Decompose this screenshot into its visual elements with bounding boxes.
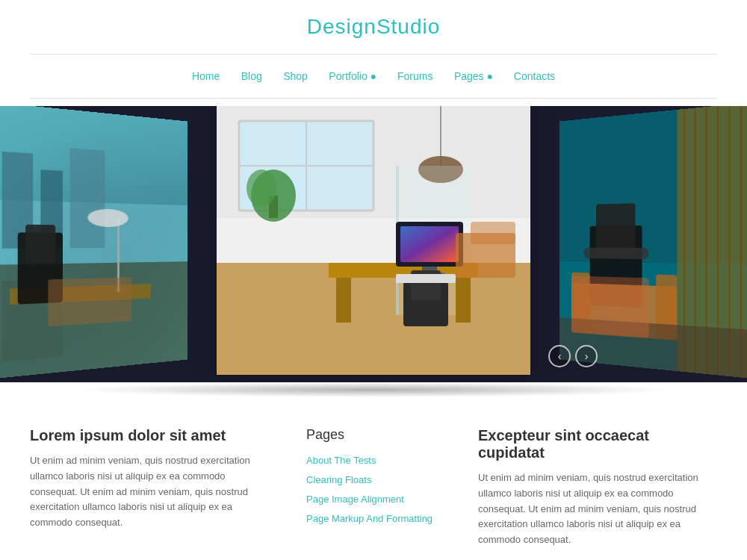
list-item: Clearing Floats <box>306 473 441 486</box>
pages-link-3[interactable]: Page Image Alignment <box>306 494 404 505</box>
svg-rect-34 <box>396 274 456 283</box>
site-title: DesignStudio <box>0 15 747 39</box>
list-item: Page Markup And Formatting <box>306 511 441 525</box>
slider-panel-right <box>560 106 747 379</box>
bottom-content: Lorem ipsum dolor sit amet Ut enim ad mi… <box>0 397 747 560</box>
col-center-heading: Pages <box>306 427 441 443</box>
slider-prev-button[interactable]: ‹ <box>548 345 571 367</box>
col-left: Lorem ipsum dolor sit amet Ut enim ad mi… <box>30 427 291 548</box>
pages-dropdown-icon: ● <box>486 70 492 82</box>
list-item: About The Tests <box>306 453 441 467</box>
pages-link-2[interactable]: Clearing Floats <box>306 474 371 485</box>
svg-rect-27 <box>456 278 471 323</box>
svg-rect-51 <box>571 273 590 334</box>
nav-divider <box>30 98 717 99</box>
pages-list: About The Tests Clearing Floats Page Ima… <box>306 453 441 525</box>
svg-rect-8 <box>25 225 55 264</box>
pages-link-4[interactable]: Page Markup And Formatting <box>306 513 433 524</box>
pages-link-1[interactable]: About The Tests <box>306 455 376 466</box>
nav-contacts[interactable]: Contacts <box>514 70 555 82</box>
header-divider <box>30 54 717 55</box>
nav-shop[interactable]: Shop <box>283 70 308 82</box>
main-nav: Home Blog Shop Portfolio ● Forums Pages … <box>0 62 747 90</box>
slider-panel-center <box>217 106 530 375</box>
nav-pages[interactable]: Pages ● <box>454 70 496 82</box>
nav-blog[interactable]: Blog <box>241 70 262 82</box>
col-right-text: Ut enim ad minim veniam, quis nostrud ex… <box>478 470 717 548</box>
hero-slider: ‹ › <box>0 106 747 397</box>
col-left-text: Ut enim ad minim veniam, quis nostrud ex… <box>30 453 269 531</box>
list-item: Page Image Alignment <box>306 492 441 505</box>
svg-rect-22 <box>217 263 530 375</box>
svg-rect-4 <box>70 148 105 248</box>
nav-portfolio[interactable]: Portfolio ● <box>329 70 379 82</box>
col-left-heading: Lorem ipsum dolor sit amet <box>30 427 269 444</box>
svg-rect-29 <box>400 226 459 262</box>
nav-forums[interactable]: Forums <box>397 70 433 82</box>
slider-panel-left <box>0 106 187 379</box>
col-right-heading: Excepteur sint occaecat cupidatat <box>478 427 717 461</box>
nav-home[interactable]: Home <box>192 70 220 82</box>
site-header: DesignStudio <box>0 0 747 55</box>
col-right: Excepteur sint occaecat cupidatat Ut eni… <box>456 427 717 548</box>
svg-rect-26 <box>336 278 351 323</box>
portfolio-dropdown-icon: ● <box>371 70 376 82</box>
svg-point-21 <box>247 169 276 207</box>
slider-shadow <box>75 382 672 397</box>
slider-arrows: ‹ › <box>548 345 598 367</box>
svg-rect-49 <box>583 248 648 260</box>
svg-rect-36 <box>471 222 515 244</box>
slider-next-button[interactable]: › <box>575 345 598 367</box>
col-center: Pages About The Tests Clearing Floats Pa… <box>291 427 456 548</box>
svg-rect-48 <box>596 203 635 255</box>
